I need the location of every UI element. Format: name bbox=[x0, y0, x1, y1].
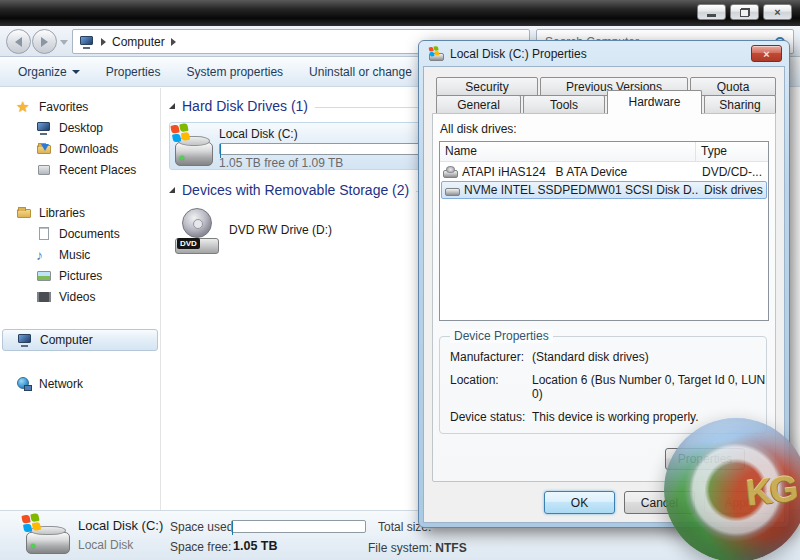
recent-pages-dropdown[interactable] bbox=[60, 40, 68, 45]
sidebar-item-recent-places[interactable]: Recent Places bbox=[0, 159, 160, 180]
sidebar-group-libraries[interactable]: Libraries bbox=[0, 202, 160, 223]
desktop-icon bbox=[36, 120, 52, 136]
device-properties-label: Device Properties bbox=[450, 329, 553, 343]
space-used-bar bbox=[231, 520, 366, 533]
tab-general[interactable]: General bbox=[436, 95, 521, 114]
libraries-label: Libraries bbox=[39, 206, 85, 220]
sidebar-item-documents[interactable]: Documents bbox=[0, 223, 160, 244]
hard-disks-header-label: Hard Disk Drives (1) bbox=[182, 98, 308, 114]
column-header-type[interactable]: Type bbox=[696, 142, 768, 161]
details-title: Local Disk (C:) bbox=[78, 518, 163, 533]
minimize-button[interactable] bbox=[697, 4, 726, 20]
window-titlebar: × bbox=[0, 0, 800, 26]
explorer-window: × Computer Organize Properties System pr… bbox=[0, 0, 800, 560]
tab-hardware[interactable]: Hardware bbox=[607, 90, 702, 114]
tab-security[interactable]: Security bbox=[436, 77, 538, 96]
dialog-close-button[interactable]: × bbox=[751, 45, 782, 62]
sidebar-item-desktop[interactable]: Desktop bbox=[0, 117, 160, 138]
breadcrumb-chevron-icon bbox=[101, 38, 106, 46]
windows-flag-icon bbox=[21, 512, 44, 535]
space-used-bar-fill bbox=[232, 521, 233, 535]
breadcrumb-chevron-icon bbox=[171, 38, 176, 46]
tab-tools[interactable]: Tools bbox=[523, 95, 605, 114]
kitguru-watermark: KG bbox=[664, 418, 800, 560]
back-button[interactable] bbox=[6, 29, 31, 54]
cd-drive-icon bbox=[443, 166, 458, 178]
sidebar-item-pictures[interactable]: Pictures bbox=[0, 265, 160, 286]
sidebar-item-videos[interactable]: Videos bbox=[0, 286, 160, 307]
disk-drive-icon bbox=[445, 184, 460, 196]
star-icon: ★ bbox=[16, 99, 32, 115]
system-properties-button[interactable]: System properties bbox=[186, 65, 283, 79]
dialog-titlebar[interactable]: Local Disk (C:) Properties bbox=[429, 46, 587, 62]
column-header-name[interactable]: Name bbox=[440, 142, 696, 161]
window-controls: × bbox=[697, 4, 792, 20]
breadcrumb-item-computer[interactable]: Computer bbox=[112, 35, 165, 49]
property-row-location: Location: Location 6 (Bus Number 0, Targ… bbox=[450, 373, 766, 401]
recent-places-icon bbox=[36, 162, 52, 178]
windows-flag-icon bbox=[170, 122, 193, 145]
videos-icon bbox=[36, 289, 52, 305]
dvd-drive-icon: DVD bbox=[175, 208, 219, 254]
dialog-title: Local Disk (C:) Properties bbox=[450, 47, 587, 61]
file-system-label: File system: NTFS bbox=[368, 541, 467, 555]
uninstall-button[interactable]: Uninstall or change bbox=[309, 65, 412, 79]
all-disk-drives-label: All disk drives: bbox=[440, 122, 517, 136]
forward-button[interactable] bbox=[32, 29, 57, 54]
file-system-value: NTFS bbox=[435, 541, 466, 555]
documents-icon bbox=[36, 226, 52, 242]
details-subtitle: Local Disk bbox=[78, 538, 133, 552]
back-arrow-icon bbox=[15, 37, 22, 47]
chevron-down-icon bbox=[72, 70, 80, 74]
ok-button[interactable]: OK bbox=[544, 491, 615, 514]
windows-flag-icon bbox=[429, 45, 442, 58]
properties-label: Properties bbox=[106, 65, 161, 79]
sidebar-item-computer[interactable]: Computer bbox=[2, 329, 158, 351]
properties-toolbar-button[interactable]: Properties bbox=[106, 65, 161, 79]
organize-label: Organize bbox=[18, 65, 67, 79]
dvd-badge: DVD bbox=[177, 238, 200, 249]
computer-icon bbox=[17, 332, 33, 348]
downloads-icon bbox=[36, 141, 52, 157]
music-icon: ♪ bbox=[36, 247, 52, 263]
removable-header-label: Devices with Removable Storage (2) bbox=[182, 182, 409, 198]
restore-icon bbox=[740, 8, 750, 17]
collapse-triangle-icon[interactable] bbox=[169, 187, 175, 193]
close-button[interactable]: × bbox=[763, 4, 792, 20]
property-row-manufacturer: Manufacturer: (Standard disk drives) bbox=[450, 350, 766, 364]
organize-menu-button[interactable]: Organize bbox=[18, 65, 80, 79]
hard-drive-icon bbox=[175, 128, 213, 166]
space-free-label: Space free: bbox=[170, 540, 231, 554]
drive-free-space-label: 1.05 TB free of 1.09 TB bbox=[219, 156, 343, 170]
favorites-label: Favorites bbox=[39, 100, 88, 114]
close-icon: × bbox=[763, 48, 769, 60]
libraries-icon bbox=[16, 205, 32, 221]
restore-button[interactable] bbox=[730, 4, 759, 20]
tab-sharing[interactable]: Sharing bbox=[704, 95, 776, 114]
kitguru-logo-text: KG bbox=[744, 468, 798, 515]
list-row-atapi[interactable]: ATAPI iHAS124 B ATA Device DVD/CD-... bbox=[440, 162, 768, 181]
sidebar-item-network[interactable]: Network bbox=[0, 373, 160, 394]
collapse-triangle-icon[interactable] bbox=[169, 103, 175, 109]
space-free-value: 1.05 TB bbox=[233, 539, 277, 553]
forward-arrow-icon bbox=[41, 37, 48, 47]
disk-drives-list[interactable]: Name Type ATAPI iHAS124 B ATA Device DVD… bbox=[439, 141, 769, 321]
sidebar-group-favorites[interactable]: ★ Favorites bbox=[0, 96, 160, 117]
minimize-icon bbox=[707, 14, 716, 17]
tab-quota[interactable]: Quota bbox=[690, 77, 776, 96]
drive-icon bbox=[429, 48, 444, 61]
computer-icon bbox=[79, 34, 95, 50]
list-row-nvme[interactable]: NVMe INTEL SSDPEDMW01 SCSI Disk D... Dis… bbox=[441, 181, 767, 199]
network-icon bbox=[16, 376, 32, 392]
hard-drive-icon bbox=[26, 518, 70, 554]
pictures-icon bbox=[36, 268, 52, 284]
sidebar-item-downloads[interactable]: Downloads bbox=[0, 138, 160, 159]
navigation-sidebar: ★ Favorites Desktop Downloads Recent Pla… bbox=[0, 88, 160, 510]
uninstall-label: Uninstall or change bbox=[309, 65, 412, 79]
system-properties-label: System properties bbox=[186, 65, 283, 79]
drive-name-label: Local Disk (C:) bbox=[219, 127, 298, 141]
space-used-label: Space used: bbox=[170, 520, 237, 534]
list-header[interactable]: Name Type bbox=[440, 142, 768, 162]
sidebar-item-music[interactable]: ♪ Music bbox=[0, 244, 160, 265]
dvd-drive-name-label: DVD RW Drive (D:) bbox=[229, 223, 332, 237]
